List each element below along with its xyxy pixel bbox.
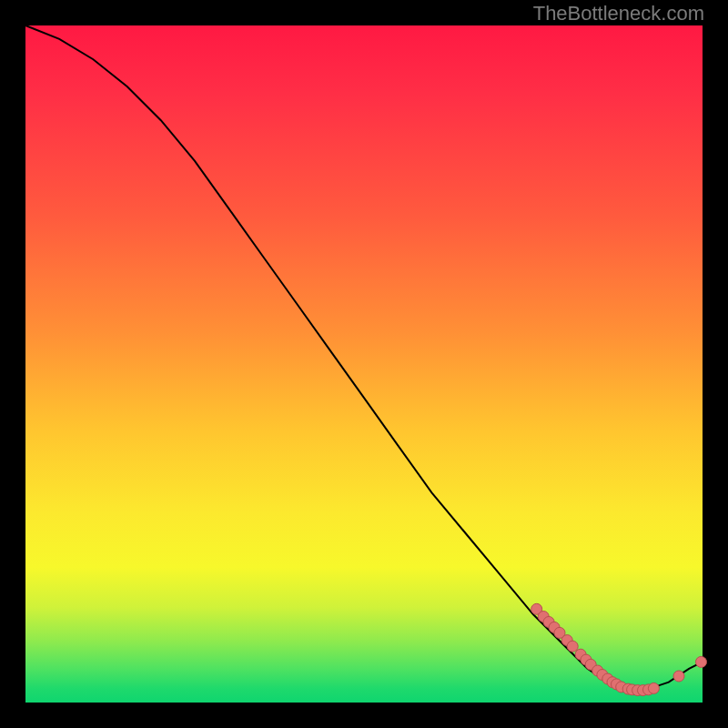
- data-marker: [567, 641, 578, 652]
- watermark-text: TheBottleneck.com: [533, 2, 704, 25]
- marker-layer: [531, 603, 707, 695]
- data-marker: [696, 656, 707, 667]
- data-marker: [648, 682, 659, 693]
- chart-overlay: [25, 25, 703, 703]
- bottleneck-curve: [25, 25, 703, 689]
- chart-stage: TheBottleneck.com: [0, 0, 728, 728]
- data-marker: [673, 671, 684, 682]
